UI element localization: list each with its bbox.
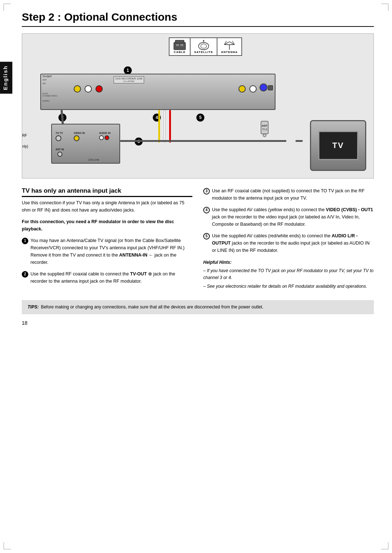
step-5-text: Use the supplied AV cables (red/white en… (212, 232, 374, 254)
step-2-text: Use the supplied RF coaxial cable to con… (30, 270, 192, 285)
helpful-hints: Helpful Hints: – If you have connected t… (203, 259, 374, 290)
step-2: 2 Use the supplied RF coaxial cable to c… (22, 270, 192, 285)
tips-box: TIPS: Before making or changing any conn… (22, 300, 374, 314)
svg-point-4 (199, 42, 209, 50)
step-5: 5 Use the supplied AV cables (red/white … (203, 232, 374, 254)
ant-icon: ANT 75 Ω (257, 119, 272, 138)
svg-text:75 Ω: 75 Ω (262, 128, 268, 131)
recorder-body: TV-OUT ANT IN1 DVD RECORDER 2298 UL LIST… (40, 74, 275, 110)
svg-point-7 (203, 40, 204, 41)
tv-screen: TV (318, 131, 358, 160)
section-warning: For this connection, you need a RF modul… (22, 218, 192, 233)
audio-port-red (95, 85, 103, 93)
connection-diagram: CABLE SATELLITE (22, 33, 374, 179)
step-3-number: 3 (203, 188, 210, 194)
video-port-yellow (74, 85, 81, 93)
white-wire (164, 110, 166, 143)
step-1-number: 1 (22, 238, 28, 244)
step-5-number: 5 (203, 233, 210, 239)
step-4-number: 4 (203, 207, 210, 213)
step-2-number: 2 (22, 271, 28, 278)
to-tv-wire-2 (295, 140, 303, 142)
port-hdmi (268, 85, 273, 90)
hints-title: Helpful Hints: (203, 259, 374, 266)
port-digital (260, 83, 268, 91)
tips-label: TIPS: (28, 304, 39, 311)
red-wire (169, 110, 171, 143)
diagram-step-5: 5 (196, 114, 204, 122)
port-y2 (238, 85, 246, 93)
svg-rect-14 (261, 121, 268, 134)
step-1: 1 You may have an Antenna/Cable TV signa… (22, 237, 192, 266)
rf-to-tv-wire (120, 140, 286, 142)
svg-rect-2 (176, 44, 179, 46)
page-number: 18 (22, 320, 374, 326)
diagram-step-1: 1 (124, 66, 132, 74)
corner-mark-bl (4, 542, 11, 549)
tv-illustration: TV (310, 120, 366, 171)
section-intro: Use this connection if your TV has only … (22, 199, 192, 214)
antenna-label: ANTENNA (221, 50, 238, 54)
right-content-column: 3 Use an RF coaxial cable (not supplied)… (203, 187, 374, 291)
svg-rect-0 (174, 42, 185, 50)
port-w2 (249, 85, 257, 93)
corner-mark-tr (381, 4, 388, 11)
svg-point-17 (263, 134, 266, 137)
svg-rect-1 (175, 40, 184, 43)
language-tab: English (0, 62, 12, 94)
cable-input-icon: CABLE (169, 37, 190, 56)
step-4: 4 Use the supplied AV cables (yellow end… (203, 206, 374, 228)
step-1-text: You may have an Antenna/Cable TV signal … (30, 237, 192, 266)
audio-port-white (85, 85, 92, 93)
svg-text:ANT: ANT (262, 124, 268, 127)
rf-modulator-label: Back of an RFModulator(Example only) (22, 133, 51, 149)
corner-mark-tl (4, 4, 11, 11)
section-title: TV has only an antenna input jack (22, 187, 192, 197)
antenna-input-icon: ANTENNA (217, 37, 242, 56)
yellow-wire (158, 110, 160, 143)
satellite-label: SATELLITE (194, 50, 213, 54)
hint-1: – If you have connected the TO TV jack o… (203, 267, 374, 281)
satellite-input-icon: SATELLITE (190, 37, 217, 56)
tips-text: Before making or changing any connection… (41, 304, 264, 311)
rf-modulator: TO TV VIDEO IN ANT IN CH3 CH4 AUDIO IN (51, 124, 120, 164)
cable-label: CABLE (174, 50, 186, 54)
corner-mark-br (381, 542, 388, 549)
svg-point-5 (201, 44, 207, 48)
step-3: 3 Use an RF coaxial cable (not supplied)… (203, 187, 374, 202)
step-4-text: Use the supplied AV cables (yellow ends)… (212, 206, 374, 228)
page-title: Step 2 : Optional Connections (22, 11, 374, 23)
svg-rect-3 (180, 44, 183, 46)
hint-2: – See your electronics retailer for deta… (203, 283, 374, 290)
left-content-column: TV has only an antenna input jack Use th… (22, 187, 192, 291)
step-3-text: Use an RF coaxial cable (not supplied) t… (212, 187, 374, 202)
title-divider (22, 26, 374, 27)
